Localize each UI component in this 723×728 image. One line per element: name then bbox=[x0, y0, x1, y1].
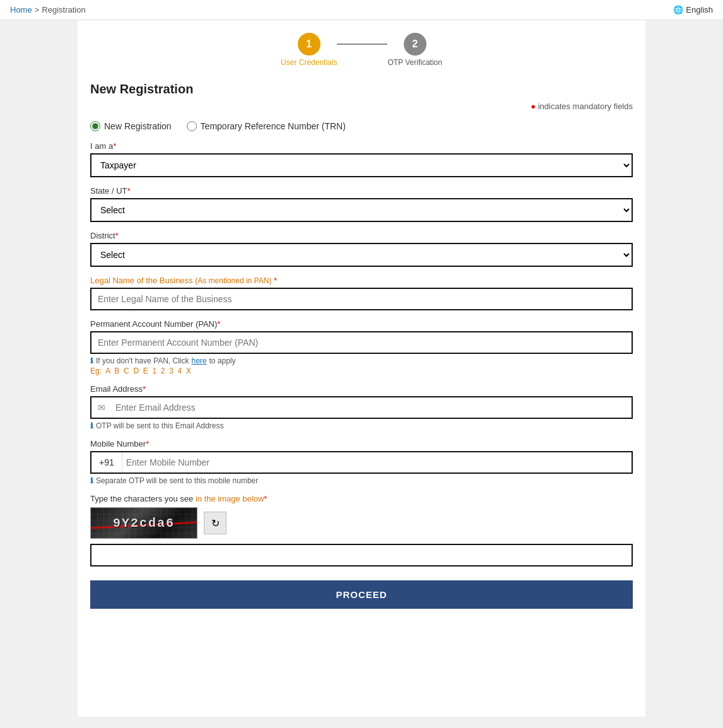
mandatory-note: ● indicates mandatory fields bbox=[90, 102, 633, 111]
state-required: * bbox=[127, 186, 131, 196]
i-am-a-select[interactable]: Taxpayer Tax Deductor Tax Collector (e-C… bbox=[90, 153, 633, 177]
captcha-label-text: Type the characters you see bbox=[90, 494, 196, 503]
step-2-circle: 2 bbox=[404, 33, 426, 56]
step-1-circle: 1 bbox=[298, 33, 320, 56]
email-input[interactable] bbox=[112, 397, 632, 418]
trn-radio[interactable]: Temporary Reference Number (TRN) bbox=[187, 121, 346, 131]
pan-info-text: If you don't have PAN, Click bbox=[96, 356, 189, 365]
captcha-section: Type the characters you see in the image… bbox=[90, 494, 633, 567]
envelope-icon: ✉ bbox=[91, 397, 112, 418]
top-bar: Home > Registration 🌐 English bbox=[0, 0, 723, 20]
step-1-label: User Credentials bbox=[281, 58, 337, 67]
captcha-image: 9Y2cda6 bbox=[90, 507, 197, 539]
globe-icon: 🌐 bbox=[673, 5, 683, 15]
mobile-required: * bbox=[146, 439, 149, 449]
i-am-a-required: * bbox=[113, 141, 116, 151]
captcha-label: Type the characters you see in the image… bbox=[90, 494, 633, 503]
language-selector[interactable]: 🌐 English bbox=[673, 5, 713, 15]
info-icon: ℹ bbox=[90, 356, 93, 365]
pan-required: * bbox=[217, 319, 220, 329]
pan-example-chars: A B C D E 1 2 3 4 X bbox=[105, 367, 191, 375]
district-select[interactable]: Select bbox=[90, 243, 633, 267]
mobile-info-text: Separate OTP will be sent to this mobile… bbox=[96, 476, 258, 485]
registration-type-group: New Registration Temporary Reference Num… bbox=[90, 121, 633, 131]
email-info-icon: ℹ bbox=[90, 421, 93, 430]
pan-apply-link[interactable]: here bbox=[191, 356, 206, 365]
email-input-wrapper: ✉ bbox=[90, 396, 633, 419]
legal-name-label: Legal Name of the Business (As mentioned… bbox=[90, 276, 633, 285]
district-required: * bbox=[115, 231, 119, 240]
new-registration-label: New Registration bbox=[104, 121, 172, 131]
email-group: Email Address* ✉ ℹ OTP will be sent to t… bbox=[90, 384, 633, 430]
email-info-text: OTP will be sent to this Email Address bbox=[96, 421, 224, 430]
pan-input[interactable] bbox=[90, 331, 633, 354]
mobile-label: Mobile Number* bbox=[90, 439, 633, 449]
mobile-info: ℹ Separate OTP will be sent to this mobi… bbox=[90, 476, 633, 485]
language-label: English bbox=[686, 5, 713, 15]
pan-label: Permanent Account Number (PAN)* bbox=[90, 319, 633, 329]
step-2: 2 OTP Verification bbox=[387, 33, 442, 67]
captcha-image-inner: 9Y2cda6 bbox=[91, 508, 197, 538]
breadcrumb: Home > Registration bbox=[10, 5, 86, 15]
legal-name-required: * bbox=[274, 276, 277, 285]
district-label: District* bbox=[90, 231, 633, 240]
captcha-row: 9Y2cda6 ↻ bbox=[90, 507, 633, 539]
step-connector bbox=[337, 44, 387, 45]
mobile-info-icon: ℹ bbox=[90, 476, 93, 485]
mobile-group: Mobile Number* +91 ℹ Separate OTP will b… bbox=[90, 439, 633, 485]
state-label: State / UT* bbox=[90, 186, 633, 196]
pan-group: Permanent Account Number (PAN)* ℹ If you… bbox=[90, 319, 633, 375]
pan-example: Eg: A B C D E 1 2 3 4 X bbox=[90, 367, 633, 375]
mobile-input-wrapper: +91 bbox=[90, 451, 633, 474]
legal-name-sublabel: (As mentioned in PAN) bbox=[195, 276, 271, 285]
i-am-a-group: I am a* Taxpayer Tax Deductor Tax Collec… bbox=[90, 141, 633, 177]
pan-info-suffix: to apply bbox=[209, 356, 236, 365]
breadcrumb-separator: > bbox=[35, 5, 40, 15]
legal-name-group: Legal Name of the Business (As mentioned… bbox=[90, 276, 633, 310]
mobile-prefix: +91 bbox=[91, 452, 122, 473]
mobile-input[interactable] bbox=[122, 452, 632, 473]
pan-info: ℹ If you don't have PAN, Click here to a… bbox=[90, 356, 633, 365]
page-title: New Registration bbox=[90, 82, 633, 97]
legal-name-input[interactable] bbox=[90, 288, 633, 310]
email-required: * bbox=[143, 384, 146, 394]
proceed-button[interactable]: PROCEED bbox=[90, 580, 633, 609]
captcha-refresh-button[interactable]: ↻ bbox=[204, 512, 226, 534]
new-registration-radio[interactable]: New Registration bbox=[90, 121, 172, 131]
stepper: 1 User Credentials 2 OTP Verification bbox=[90, 33, 633, 67]
captcha-input[interactable] bbox=[90, 544, 633, 567]
email-info: ℹ OTP will be sent to this Email Address bbox=[90, 421, 633, 430]
i-am-a-label: I am a* bbox=[90, 141, 633, 151]
current-page: Registration bbox=[42, 5, 85, 15]
state-group: State / UT* Select bbox=[90, 186, 633, 222]
new-registration-radio-input[interactable] bbox=[90, 121, 100, 131]
district-group: District* Select bbox=[90, 231, 633, 267]
mandatory-dot: ● bbox=[531, 102, 536, 111]
step-2-label: OTP Verification bbox=[387, 58, 442, 67]
trn-label: Temporary Reference Number (TRN) bbox=[201, 121, 346, 131]
email-label: Email Address* bbox=[90, 384, 633, 394]
captcha-text-overlay: 9Y2cda6 bbox=[113, 516, 175, 531]
main-content: 1 User Credentials 2 OTP Verification Ne… bbox=[78, 20, 645, 717]
captcha-required: * bbox=[264, 494, 267, 503]
state-select[interactable]: Select bbox=[90, 198, 633, 222]
trn-radio-input[interactable] bbox=[187, 121, 197, 131]
step-1: 1 User Credentials bbox=[281, 33, 337, 67]
home-link[interactable]: Home bbox=[10, 5, 32, 15]
